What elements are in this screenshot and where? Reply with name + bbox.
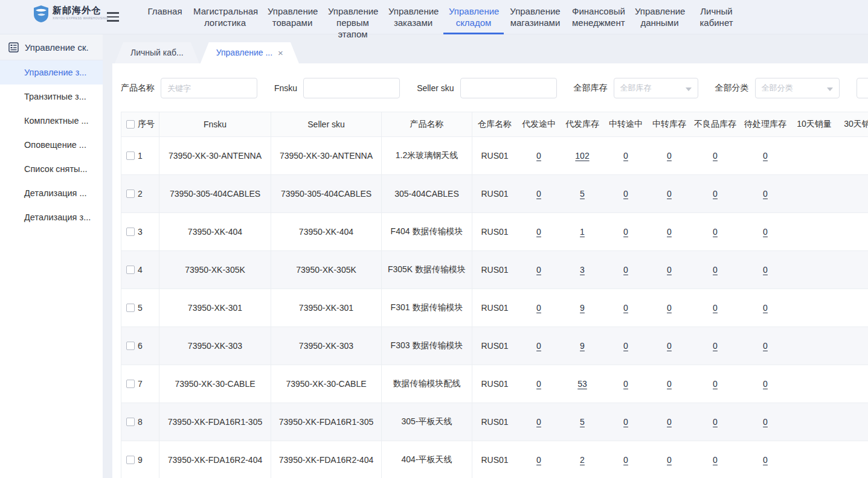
row-checkbox[interactable] [126, 380, 135, 388]
sidebar-item-5[interactable]: Детализация ... [0, 181, 103, 205]
stock-quantity-link[interactable]: 0 [536, 379, 541, 389]
stock-quantity-link[interactable]: 0 [713, 303, 718, 313]
sidebar-item-4[interactable]: Список сняты... [0, 157, 103, 181]
stock-quantity-link[interactable]: 0 [536, 189, 541, 199]
nav-item-7[interactable]: Финансовый менеджмент [567, 0, 629, 34]
stock-quantity-link[interactable]: 0 [623, 417, 628, 427]
stock-quantity-link[interactable]: 0 [536, 227, 541, 237]
cell-stock-2: 0 [604, 441, 648, 478]
stock-quantity-link[interactable]: 0 [763, 303, 768, 313]
seller-sku-input[interactable] [460, 78, 557, 98]
stock-quantity-link[interactable]: 0 [536, 417, 541, 427]
row-checkbox[interactable] [126, 190, 135, 198]
stock-quantity-link[interactable]: 9 [580, 303, 585, 313]
nav-item-2[interactable]: Управление товарами [262, 0, 323, 34]
stock-quantity-link[interactable]: 0 [713, 189, 718, 199]
nav-item-0[interactable]: Главная [142, 0, 188, 34]
stock-quantity-link[interactable]: 0 [713, 151, 718, 161]
tab-1[interactable]: Управление ...× [201, 42, 299, 63]
stock-quantity-link[interactable]: 0 [763, 265, 768, 275]
tab-0[interactable]: Личный каб... [115, 42, 199, 63]
stock-quantity-link[interactable]: 0 [667, 227, 672, 237]
stock-quantity-link[interactable]: 0 [623, 303, 628, 313]
collapse-menu-icon[interactable] [107, 12, 119, 24]
stock-select[interactable]: 全部库存 [614, 78, 698, 98]
category-filter-label: 全部分类 [715, 83, 749, 94]
stock-quantity-link[interactable]: 0 [623, 227, 628, 237]
cell-warehouse: RUS01 [472, 327, 517, 365]
stock-quantity-link[interactable]: 0 [536, 303, 541, 313]
stock-quantity-link[interactable]: 0 [763, 189, 768, 199]
stock-quantity-link[interactable]: 0 [763, 455, 768, 465]
nav-item-9[interactable]: Личный кабинет [690, 0, 743, 34]
cell-stock-5: 0 [739, 175, 791, 212]
cell-stock-2: 0 [604, 175, 648, 212]
top-bar: 新邮海外仓 XINYOU EXPRESS WAREHOUSING Главная… [0, 0, 868, 34]
nav-item-8[interactable]: Управление данными [629, 0, 690, 34]
stock-quantity-link[interactable]: 0 [763, 379, 768, 389]
category-select[interactable]: 全部分类 [755, 78, 840, 98]
nav-item-1[interactable]: Магистральная логистика [188, 0, 262, 34]
stock-quantity-link[interactable]: 0 [623, 189, 628, 199]
stock-quantity-link[interactable]: 0 [763, 151, 768, 161]
nav-item-3[interactable]: Управление первым этапом [323, 0, 383, 34]
table-row: 373950-XK-40473950-XK-404F404 数据传输模块RUS0… [121, 213, 868, 251]
sidebar-item-2[interactable]: Комплектные ... [0, 109, 103, 133]
nav-item-4[interactable]: Управление заказами [383, 0, 443, 34]
sidebar-header[interactable]: Управление ск. [0, 34, 103, 60]
row-checkbox[interactable] [126, 456, 135, 464]
product-name-input[interactable] [161, 78, 257, 98]
sidebar-item-1[interactable]: Транзитные з... [0, 84, 103, 109]
stock-quantity-link[interactable]: 0 [667, 341, 672, 351]
stock-quantity-link[interactable]: 0 [667, 379, 672, 389]
stock-quantity-link[interactable]: 0 [667, 189, 672, 199]
row-checkbox[interactable] [126, 418, 135, 426]
stock-quantity-link[interactable]: 0 [623, 265, 628, 275]
sidebar-item-6[interactable]: Детализация з... [0, 205, 103, 229]
stock-quantity-link[interactable]: 3 [580, 265, 585, 275]
stock-quantity-link[interactable]: 0 [713, 341, 718, 351]
row-checkbox[interactable] [126, 304, 135, 312]
select-all-checkbox[interactable] [126, 120, 135, 129]
nav-item-6[interactable]: Управление магазинами [504, 0, 567, 34]
stock-quantity-link[interactable]: 0 [713, 379, 718, 389]
stock-quantity-link[interactable]: 0 [623, 379, 628, 389]
stock-quantity-link[interactable]: 0 [713, 455, 718, 465]
row-checkbox[interactable] [126, 228, 135, 236]
stock-quantity-link[interactable]: 0 [667, 455, 672, 465]
brand-subtitle: XINYOU EXPRESS WAREHOUSING [53, 16, 108, 19]
stock-quantity-link[interactable]: 0 [667, 265, 672, 275]
stock-quantity-link[interactable]: 0 [667, 417, 672, 427]
stock-quantity-link[interactable]: 0 [667, 151, 672, 161]
stock-quantity-link[interactable]: 2 [580, 455, 585, 465]
stock-quantity-link[interactable]: 0 [713, 265, 718, 275]
stock-quantity-link[interactable]: 0 [763, 341, 768, 351]
stock-quantity-link[interactable]: 5 [580, 417, 585, 427]
row-checkbox[interactable] [126, 266, 135, 274]
extra-filter-input[interactable] [857, 78, 868, 98]
stock-quantity-link[interactable]: 0 [536, 265, 541, 275]
fnsku-input[interactable] [303, 78, 400, 98]
stock-quantity-link[interactable]: 0 [536, 341, 541, 351]
stock-quantity-link[interactable]: 5 [580, 189, 585, 199]
nav-item-5[interactable]: Управление складом [443, 0, 504, 34]
stock-quantity-link[interactable]: 102 [575, 151, 589, 161]
stock-quantity-link[interactable]: 0 [763, 227, 768, 237]
sidebar-item-0[interactable]: Управление з... [0, 60, 103, 84]
row-checkbox[interactable] [126, 151, 135, 160]
close-icon[interactable]: × [278, 48, 283, 57]
stock-quantity-link[interactable]: 0 [713, 227, 718, 237]
stock-quantity-link[interactable]: 0 [667, 303, 672, 313]
stock-quantity-link[interactable]: 0 [763, 417, 768, 427]
stock-quantity-link[interactable]: 0 [623, 455, 628, 465]
stock-quantity-link[interactable]: 0 [536, 151, 541, 161]
stock-quantity-link[interactable]: 0 [536, 455, 541, 465]
stock-quantity-link[interactable]: 53 [577, 379, 587, 389]
stock-quantity-link[interactable]: 1 [580, 227, 585, 237]
sidebar-item-3[interactable]: Оповещение ... [0, 133, 103, 157]
stock-quantity-link[interactable]: 9 [580, 341, 585, 351]
row-checkbox[interactable] [126, 342, 135, 350]
stock-quantity-link[interactable]: 0 [623, 341, 628, 351]
stock-quantity-link[interactable]: 0 [623, 151, 628, 161]
stock-quantity-link[interactable]: 0 [713, 417, 718, 427]
